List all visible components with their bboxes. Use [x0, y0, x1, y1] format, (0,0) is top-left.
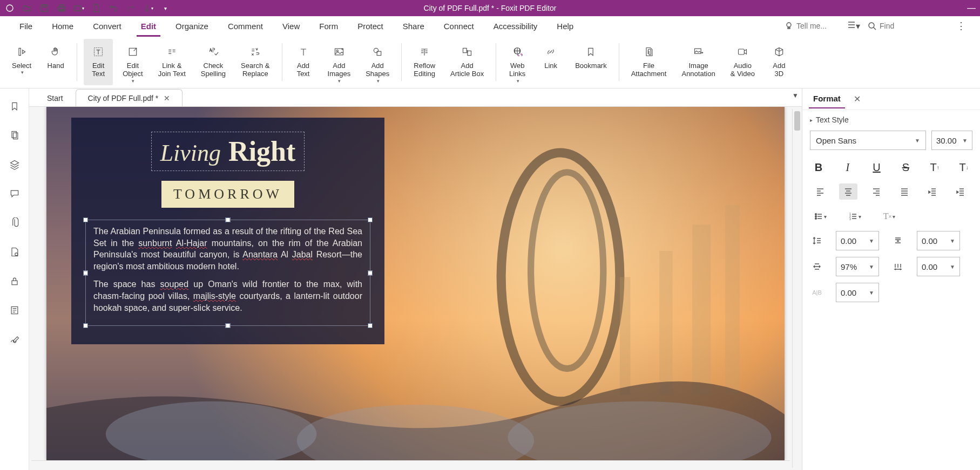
resize-handle-tl[interactable]: [83, 217, 88, 222]
menu-convert[interactable]: Convert: [83, 16, 131, 36]
web-links-tool[interactable]: Web Links▾: [503, 39, 532, 85]
tab-current-document[interactable]: City of PDF Full.pdf * ✕: [76, 89, 183, 106]
paragraph-spacing-input[interactable]: 0.00▼: [917, 231, 960, 250]
reflow-editing-tool[interactable]: Reflow Editing: [408, 39, 441, 85]
file-attachment-tool[interactable]: File Attachment: [626, 39, 672, 85]
align-left-button[interactable]: [811, 183, 829, 200]
menu-share[interactable]: Share: [393, 16, 434, 36]
title-text-frame[interactable]: Living Right: [151, 132, 305, 171]
italic-button[interactable]: I: [840, 160, 855, 175]
article-box-tool[interactable]: Add Article Box: [445, 39, 489, 85]
snapshot-icon[interactable]: ▾: [73, 3, 84, 13]
line-spacing-input[interactable]: 0.00▼: [836, 231, 879, 250]
link-join-text-tool[interactable]: Link & Join Text: [153, 39, 191, 85]
menu-home[interactable]: Home: [42, 16, 83, 36]
toc-icon[interactable]: ▾: [847, 21, 860, 31]
add-text-tool[interactable]: Add Text: [289, 39, 318, 85]
baseline-shift-input[interactable]: 0.00▼: [836, 283, 879, 302]
superscript-button[interactable]: T↑: [927, 160, 942, 175]
signatures-panel-icon[interactable]: [8, 245, 22, 259]
image-annotation-tool[interactable]: Image Annotation: [676, 39, 720, 85]
menu-comment[interactable]: Comment: [218, 16, 273, 36]
align-justify-button[interactable]: [895, 183, 914, 200]
subtitle-tomorrow[interactable]: TOMORROW: [161, 181, 294, 208]
page-icon[interactable]: [91, 3, 102, 13]
font-size-input[interactable]: 30.00▼: [931, 131, 972, 150]
edit-text-tool[interactable]: Edit Text: [84, 39, 113, 85]
decrease-indent-button[interactable]: [923, 183, 942, 200]
bookmark-tool[interactable]: Bookmark: [570, 39, 612, 85]
underline-button[interactable]: U: [869, 160, 884, 175]
add-images-tool[interactable]: Add Images▾: [322, 39, 356, 85]
horizontal-scrollbar[interactable]: [31, 460, 790, 470]
link-tool[interactable]: Link: [536, 39, 565, 85]
vertical-scrollbar[interactable]: [792, 109, 802, 468]
menu-protect[interactable]: Protect: [348, 16, 393, 36]
font-family-select[interactable]: Open Sans▼: [810, 131, 926, 150]
minimize-button[interactable]: —: [967, 3, 976, 13]
tell-me-input[interactable]: [796, 22, 840, 30]
menu-connect[interactable]: Connect: [434, 16, 484, 36]
save-icon[interactable]: [39, 3, 50, 13]
bookmarks-panel-icon[interactable]: [8, 99, 22, 113]
tab-start[interactable]: Start: [35, 89, 76, 106]
add-3d-tool[interactable]: Add 3D: [765, 39, 794, 85]
format-tab[interactable]: Format: [809, 90, 845, 108]
qat-dropdown-icon[interactable]: ▾: [160, 3, 171, 13]
resize-handle-bm[interactable]: [226, 323, 231, 328]
align-right-button[interactable]: [867, 183, 886, 200]
find-input[interactable]: [880, 22, 944, 30]
align-center-button[interactable]: [839, 183, 857, 200]
scrollbar-thumb[interactable]: [794, 111, 800, 131]
resize-handle-tr[interactable]: [368, 217, 373, 222]
redo-icon[interactable]: [125, 3, 136, 13]
subscript-button[interactable]: T↓: [956, 160, 971, 175]
more-options-icon[interactable]: ⋮: [952, 20, 970, 32]
body-text-frame-selected[interactable]: The Arabian Peninsula formed as a result…: [85, 220, 370, 326]
menu-edit[interactable]: Edit: [131, 16, 166, 36]
tracking-input[interactable]: 0.00▼: [917, 257, 960, 276]
text-style-header[interactable]: ▸Text Style: [810, 115, 972, 124]
add-shapes-tool[interactable]: Add Shapes▾: [360, 39, 395, 85]
menu-file[interactable]: File: [10, 16, 42, 36]
close-tab-icon[interactable]: ✕: [164, 94, 170, 103]
attachments-panel-icon[interactable]: [8, 216, 22, 230]
layers-panel-icon[interactable]: [8, 158, 22, 172]
resize-handle-ml[interactable]: [83, 270, 88, 275]
touch-mode-icon[interactable]: ▾: [143, 3, 153, 13]
fields-panel-icon[interactable]: [8, 303, 22, 317]
foxit-logo-icon[interactable]: [4, 3, 15, 13]
resize-handle-bl[interactable]: [83, 323, 88, 328]
search-replace-tool[interactable]: Search & Replace: [235, 39, 275, 85]
resize-handle-tm[interactable]: [226, 217, 231, 222]
resize-handle-br[interactable]: [368, 323, 373, 328]
edit-object-tool[interactable]: Edit Object▾: [117, 39, 148, 85]
audio-video-tool[interactable]: Audio & Video: [725, 39, 760, 85]
select-tool[interactable]: Select▾: [6, 39, 37, 85]
find-box[interactable]: [863, 18, 949, 33]
tell-me-search[interactable]: [780, 18, 844, 33]
increase-indent-button[interactable]: [951, 183, 970, 200]
check-spelling-tool[interactable]: Check Spelling: [195, 39, 231, 85]
tab-list-dropdown-icon[interactable]: ▼: [792, 92, 799, 99]
resize-handle-mr[interactable]: [368, 270, 373, 275]
pages-panel-icon[interactable]: [8, 128, 22, 142]
menu-help[interactable]: Help: [547, 16, 583, 36]
document-canvas[interactable]: Living Right TOMORROW The: [29, 107, 802, 470]
menu-form[interactable]: Form: [309, 16, 348, 36]
sign-panel-icon[interactable]: [8, 332, 22, 346]
strikethrough-button[interactable]: S: [898, 160, 913, 175]
open-icon[interactable]: [22, 3, 32, 13]
undo-icon[interactable]: [108, 3, 119, 13]
security-panel-icon[interactable]: [8, 274, 22, 288]
clear-formatting-button[interactable]: T×▾: [880, 208, 898, 224]
menu-accessibility[interactable]: Accessibility: [484, 16, 548, 36]
bullet-list-button[interactable]: ▾: [811, 208, 829, 224]
menu-view[interactable]: View: [273, 16, 309, 36]
print-icon[interactable]: [56, 3, 67, 13]
bold-button[interactable]: B: [811, 160, 826, 175]
numbered-list-button[interactable]: 123▾: [846, 208, 864, 224]
hand-tool[interactable]: Hand: [41, 39, 70, 85]
comments-panel-icon[interactable]: [8, 187, 22, 201]
menu-organize[interactable]: Organize: [166, 16, 218, 36]
